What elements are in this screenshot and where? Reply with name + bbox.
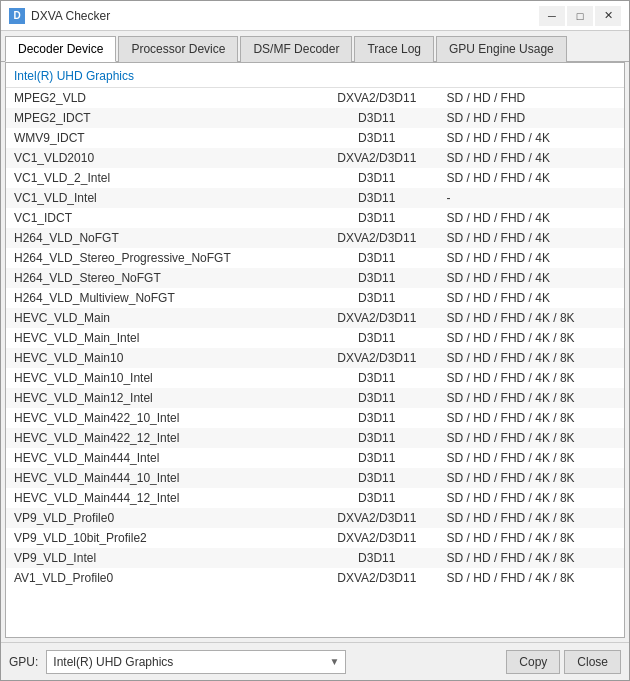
table-row[interactable]: WMV9_IDCTD3D11SD / HD / FHD / 4K	[6, 128, 624, 148]
row-name: HEVC_VLD_Main	[6, 308, 315, 328]
row-resolution: SD / HD / FHD / 4K / 8K	[439, 428, 624, 448]
tab-gpu[interactable]: GPU Engine Usage	[436, 36, 567, 62]
row-api: DXVA2/D3D11	[315, 568, 439, 588]
tab-trace[interactable]: Trace Log	[354, 36, 434, 62]
row-resolution: SD / HD / FHD / 4K / 8K	[439, 328, 624, 348]
row-resolution: SD / HD / FHD / 4K / 8K	[439, 528, 624, 548]
gpu-section-header: Intel(R) UHD Graphics	[6, 63, 624, 88]
row-name: WMV9_IDCT	[6, 128, 315, 148]
table-row[interactable]: HEVC_VLD_Main10_IntelD3D11SD / HD / FHD …	[6, 368, 624, 388]
row-name: VP9_VLD_Intel	[6, 548, 315, 568]
row-name: HEVC_VLD_Main422_12_Intel	[6, 428, 315, 448]
row-api: D3D11	[315, 108, 439, 128]
row-api: DXVA2/D3D11	[315, 528, 439, 548]
title-bar-left: D DXVA Checker	[9, 8, 110, 24]
row-name: HEVC_VLD_Main10_Intel	[6, 368, 315, 388]
row-api: DXVA2/D3D11	[315, 228, 439, 248]
row-resolution: SD / HD / FHD / 4K	[439, 288, 624, 308]
row-resolution: -	[439, 188, 624, 208]
minimize-button[interactable]: ─	[539, 6, 565, 26]
row-resolution: SD / HD / FHD / 4K / 8K	[439, 308, 624, 328]
row-resolution: SD / HD / FHD / 4K / 8K	[439, 548, 624, 568]
table-row[interactable]: HEVC_VLD_Main_IntelD3D11SD / HD / FHD / …	[6, 328, 624, 348]
table-row[interactable]: HEVC_VLD_Main422_12_IntelD3D11SD / HD / …	[6, 428, 624, 448]
row-resolution: SD / HD / FHD / 4K / 8K	[439, 348, 624, 368]
row-api: DXVA2/D3D11	[315, 508, 439, 528]
tab-dsmf[interactable]: DS/MF Decoder	[240, 36, 352, 62]
row-api: DXVA2/D3D11	[315, 308, 439, 328]
gpu-label: GPU:	[9, 655, 38, 669]
gpu-dropdown[interactable]: Intel(R) UHD Graphics ▼	[46, 650, 346, 674]
row-api: DXVA2/D3D11	[315, 88, 439, 108]
table-row[interactable]: HEVC_VLD_Main444_12_IntelD3D11SD / HD / …	[6, 488, 624, 508]
row-api: D3D11	[315, 448, 439, 468]
row-name: H264_VLD_Stereo_Progressive_NoFGT	[6, 248, 315, 268]
row-api: D3D11	[315, 368, 439, 388]
table-row[interactable]: VP9_VLD_Profile0DXVA2/D3D11SD / HD / FHD…	[6, 508, 624, 528]
app-icon: D	[9, 8, 25, 24]
row-api: D3D11	[315, 168, 439, 188]
row-name: MPEG2_IDCT	[6, 108, 315, 128]
table-row[interactable]: HEVC_VLD_Main444_IntelD3D11SD / HD / FHD…	[6, 448, 624, 468]
row-name: AV1_VLD_Profile0	[6, 568, 315, 588]
table-row[interactable]: H264_VLD_Stereo_Progressive_NoFGTD3D11SD…	[6, 248, 624, 268]
row-resolution: SD / HD / FHD / 4K	[439, 248, 624, 268]
decoder-table-container[interactable]: MPEG2_VLDDXVA2/D3D11SD / HD / FHDMPEG2_I…	[6, 88, 624, 637]
row-api: D3D11	[315, 468, 439, 488]
row-name: VC1_VLD_Intel	[6, 188, 315, 208]
table-row[interactable]: H264_VLD_NoFGTDXVA2/D3D11SD / HD / FHD /…	[6, 228, 624, 248]
row-name: MPEG2_VLD	[6, 88, 315, 108]
table-row[interactable]: HEVC_VLD_MainDXVA2/D3D11SD / HD / FHD / …	[6, 308, 624, 328]
table-row[interactable]: VP9_VLD_IntelD3D11SD / HD / FHD / 4K / 8…	[6, 548, 624, 568]
table-row[interactable]: VP9_VLD_10bit_Profile2DXVA2/D3D11SD / HD…	[6, 528, 624, 548]
table-row[interactable]: VC1_VLD_IntelD3D11-	[6, 188, 624, 208]
row-name: H264_VLD_Stereo_NoFGT	[6, 268, 315, 288]
maximize-button[interactable]: □	[567, 6, 593, 26]
table-row[interactable]: AV1_VLD_Profile0DXVA2/D3D11SD / HD / FHD…	[6, 568, 624, 588]
table-row[interactable]: VC1_VLD_2_IntelD3D11SD / HD / FHD / 4K	[6, 168, 624, 188]
window-title: DXVA Checker	[31, 9, 110, 23]
row-name: HEVC_VLD_Main444_12_Intel	[6, 488, 315, 508]
close-window-button[interactable]: ✕	[595, 6, 621, 26]
row-api: D3D11	[315, 208, 439, 228]
title-bar-controls: ─ □ ✕	[539, 6, 621, 26]
table-row[interactable]: HEVC_VLD_Main444_10_IntelD3D11SD / HD / …	[6, 468, 624, 488]
row-name: HEVC_VLD_Main444_Intel	[6, 448, 315, 468]
row-resolution: SD / HD / FHD / 4K / 8K	[439, 488, 624, 508]
copy-button[interactable]: Copy	[506, 650, 560, 674]
row-api: DXVA2/D3D11	[315, 148, 439, 168]
close-button[interactable]: Close	[564, 650, 621, 674]
main-window: D DXVA Checker ─ □ ✕ Decoder DeviceProce…	[0, 0, 630, 681]
table-row[interactable]: VC1_VLD2010DXVA2/D3D11SD / HD / FHD / 4K	[6, 148, 624, 168]
row-api: D3D11	[315, 428, 439, 448]
content-area: Intel(R) UHD Graphics MPEG2_VLDDXVA2/D3D…	[5, 62, 625, 638]
row-resolution: SD / HD / FHD / 4K	[439, 168, 624, 188]
row-api: D3D11	[315, 328, 439, 348]
row-name: HEVC_VLD_Main422_10_Intel	[6, 408, 315, 428]
decoder-table: MPEG2_VLDDXVA2/D3D11SD / HD / FHDMPEG2_I…	[6, 88, 624, 588]
row-api: D3D11	[315, 388, 439, 408]
row-name: H264_VLD_NoFGT	[6, 228, 315, 248]
table-row[interactable]: HEVC_VLD_Main12_IntelD3D11SD / HD / FHD …	[6, 388, 624, 408]
row-name: HEVC_VLD_Main444_10_Intel	[6, 468, 315, 488]
row-resolution: SD / HD / FHD / 4K	[439, 228, 624, 248]
row-name: VC1_VLD2010	[6, 148, 315, 168]
row-name: VP9_VLD_Profile0	[6, 508, 315, 528]
row-name: HEVC_VLD_Main10	[6, 348, 315, 368]
row-api: DXVA2/D3D11	[315, 348, 439, 368]
chevron-down-icon: ▼	[329, 656, 339, 667]
table-row[interactable]: MPEG2_IDCTD3D11SD / HD / FHD	[6, 108, 624, 128]
tab-decoder[interactable]: Decoder Device	[5, 36, 116, 62]
row-resolution: SD / HD / FHD / 4K / 8K	[439, 568, 624, 588]
table-row[interactable]: HEVC_VLD_Main422_10_IntelD3D11SD / HD / …	[6, 408, 624, 428]
row-resolution: SD / HD / FHD / 4K	[439, 268, 624, 288]
table-row[interactable]: HEVC_VLD_Main10DXVA2/D3D11SD / HD / FHD …	[6, 348, 624, 368]
row-name: VC1_VLD_2_Intel	[6, 168, 315, 188]
table-row[interactable]: H264_VLD_Stereo_NoFGTD3D11SD / HD / FHD …	[6, 268, 624, 288]
tab-processor[interactable]: Processor Device	[118, 36, 238, 62]
row-name: HEVC_VLD_Main_Intel	[6, 328, 315, 348]
table-row[interactable]: H264_VLD_Multiview_NoFGTD3D11SD / HD / F…	[6, 288, 624, 308]
table-row[interactable]: MPEG2_VLDDXVA2/D3D11SD / HD / FHD	[6, 88, 624, 108]
row-api: D3D11	[315, 488, 439, 508]
table-row[interactable]: VC1_IDCTD3D11SD / HD / FHD / 4K	[6, 208, 624, 228]
